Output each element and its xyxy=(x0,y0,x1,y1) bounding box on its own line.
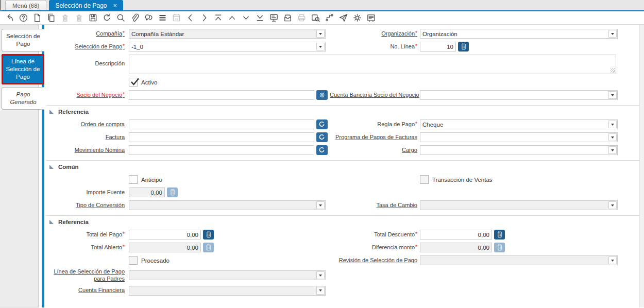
total-pago-input[interactable] xyxy=(129,230,200,239)
dropdown-button[interactable] xyxy=(608,30,617,38)
section-header-referencia[interactable]: Referencia xyxy=(46,105,642,115)
field-label-cuenta-bancaria[interactable]: Cuenta Bancaria Socio del Negocio xyxy=(330,92,417,99)
calculator-icon xyxy=(205,244,212,251)
chat-button[interactable] xyxy=(142,12,156,24)
find-button[interactable] xyxy=(114,12,128,24)
calendar-button: 31 xyxy=(170,12,183,24)
calculator-button[interactable] xyxy=(203,230,214,239)
dropdown-button[interactable] xyxy=(608,133,617,141)
cargo-combobox[interactable] xyxy=(420,145,618,155)
save-button[interactable] xyxy=(86,12,100,24)
vertical-scrollbar[interactable] xyxy=(639,25,644,307)
field-label-seleccion-pago[interactable]: Selección de Pago xyxy=(46,43,125,50)
dropdown-button[interactable] xyxy=(608,146,617,154)
dropdown-button[interactable] xyxy=(608,91,617,99)
last-record-icon xyxy=(255,13,265,23)
new-record-button[interactable] xyxy=(30,12,44,24)
dropdown-button[interactable] xyxy=(608,121,617,128)
compania-combobox[interactable]: Compañía Estándar xyxy=(129,29,326,39)
tasa-cambio-combobox[interactable] xyxy=(420,200,618,210)
regla-pago-combobox[interactable]: Cheque xyxy=(420,119,618,129)
next-record-button[interactable] xyxy=(239,12,253,24)
process-button[interactable] xyxy=(350,12,364,24)
anticipo-checkbox[interactable] xyxy=(129,175,138,184)
dropdown-button[interactable] xyxy=(316,287,325,295)
report-button[interactable] xyxy=(267,12,281,24)
field-label-total-abierto: Total Abierto xyxy=(46,244,125,251)
export-button[interactable] xyxy=(336,12,350,24)
field-label-cuenta-financiera[interactable]: Cuenta Financiera xyxy=(46,287,125,294)
movimiento-nomina-input[interactable] xyxy=(129,146,314,155)
no-linea-input[interactable] xyxy=(420,42,455,51)
socio-negocio-input[interactable] xyxy=(129,91,314,99)
field-label-orden-compra[interactable]: Orden de compra xyxy=(46,121,125,128)
workflow-button[interactable] xyxy=(323,12,336,24)
sidebar-tab-linea-de-seleccion-de-pago[interactable]: Línea de Selección de Pago xyxy=(2,54,44,84)
field-label-revision-seleccion-pago[interactable]: Revisión de Selección de Pago xyxy=(330,257,417,264)
programa-pagos-combobox[interactable] xyxy=(420,132,618,142)
descripcion-textarea[interactable] xyxy=(129,55,616,74)
help-button[interactable] xyxy=(16,12,30,24)
dropdown-button[interactable] xyxy=(316,271,325,279)
dropdown-button[interactable] xyxy=(608,256,617,264)
dropdown-button[interactable] xyxy=(316,43,325,50)
search-lookup-button[interactable] xyxy=(316,132,328,142)
calculator-button[interactable] xyxy=(458,42,469,52)
archive-button[interactable] xyxy=(281,12,295,24)
refresh-button[interactable] xyxy=(100,12,114,24)
linea-seleccion-padres-combobox[interactable] xyxy=(129,270,326,280)
organizacion-combobox[interactable]: Organización xyxy=(420,29,618,39)
tab-right-button[interactable] xyxy=(197,12,211,24)
transaccion-ventas-checkbox[interactable] xyxy=(420,175,429,184)
previous-record-button[interactable] xyxy=(225,12,239,24)
first-record-button[interactable] xyxy=(211,12,225,24)
field-label-no-linea: No. Línea xyxy=(330,43,417,50)
revision-seleccion-pago-combobox[interactable] xyxy=(420,255,618,265)
sidebar-tab-pago-generado[interactable]: Pago Generado xyxy=(2,87,44,110)
calculator-icon xyxy=(205,231,212,238)
tab-seleccion-de-pago-label: Selección de Pago xyxy=(55,2,107,9)
calculator-icon xyxy=(496,244,503,251)
grid-toggle-button[interactable] xyxy=(156,12,170,24)
calculator-button[interactable] xyxy=(494,230,505,239)
tab-menu[interactable]: Menú (68) xyxy=(5,0,46,10)
dropdown-button[interactable] xyxy=(608,201,617,209)
procesado-checkbox[interactable] xyxy=(129,256,138,265)
activo-checkbox[interactable] xyxy=(129,78,138,87)
search-lookup-button[interactable] xyxy=(316,119,328,129)
quick-form-button[interactable] xyxy=(364,12,378,24)
field-label-tipo-conversion[interactable]: Tipo de Conversión xyxy=(46,202,125,209)
dropdown-button[interactable] xyxy=(316,30,325,38)
cuenta-financiera-combobox[interactable] xyxy=(129,286,326,296)
seleccion-pago-combobox[interactable]: -1_0 xyxy=(129,42,326,52)
field-label-tasa-cambio[interactable]: Tasa de Cambio xyxy=(330,202,417,209)
bpartner-lookup-button[interactable] xyxy=(316,90,328,100)
copy-record-button[interactable] xyxy=(44,12,58,24)
factura-input[interactable] xyxy=(129,133,314,142)
field-label-cargo[interactable]: Cargo xyxy=(330,147,417,154)
field-label-programa-pagos[interactable]: Programa de Pagos de Facturas xyxy=(330,134,417,141)
zoom-across-button[interactable] xyxy=(309,12,323,24)
section-header-referencia-2[interactable]: Referencia xyxy=(46,215,642,225)
total-descuento-input[interactable] xyxy=(420,230,492,239)
field-label-linea-seleccion-padres[interactable]: Línea de Selección de Pago para Padres xyxy=(46,268,125,283)
tab-left-icon xyxy=(185,13,195,23)
last-record-button[interactable] xyxy=(253,12,267,24)
field-label-compania[interactable]: Compañía xyxy=(46,30,125,38)
field-label-movimiento-nomina[interactable]: Movimiento Nómina xyxy=(46,147,125,154)
search-lookup-button[interactable] xyxy=(316,145,328,155)
sidebar-tab-seleccion-de-pago[interactable]: Selección de Pago xyxy=(2,29,44,52)
orden-compra-input[interactable] xyxy=(129,120,314,129)
tipo-conversion-combobox[interactable] xyxy=(129,200,326,210)
close-tab-icon[interactable]: × xyxy=(113,2,117,9)
tab-left-button[interactable] xyxy=(183,12,197,24)
field-label-factura[interactable]: Factura xyxy=(46,134,125,141)
dropdown-button[interactable] xyxy=(316,201,325,209)
field-label-organizacion[interactable]: Organización xyxy=(330,30,417,38)
attachment-button[interactable] xyxy=(128,12,142,24)
cuenta-bancaria-combobox[interactable] xyxy=(420,90,618,100)
section-header-comun[interactable]: Común xyxy=(46,160,642,170)
tab-seleccion-de-pago[interactable]: Selección de Pago × xyxy=(49,0,123,10)
undo-button[interactable] xyxy=(3,12,16,24)
field-label-socio-negocio[interactable]: Socio del Negocio xyxy=(46,92,125,99)
